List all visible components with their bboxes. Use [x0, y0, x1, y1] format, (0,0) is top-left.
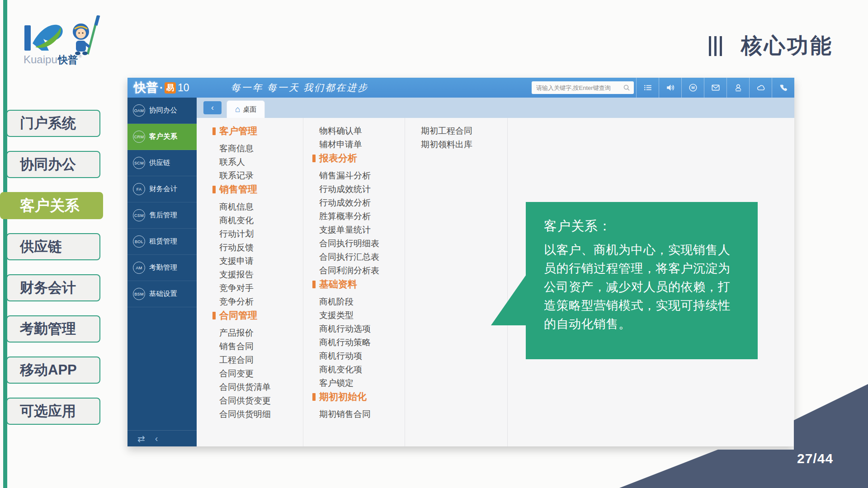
menu-entry[interactable]: 商机行动项 [319, 349, 405, 363]
phone-icon[interactable] [772, 78, 794, 98]
menu-entry[interactable]: 工程合同 [219, 353, 303, 367]
search-input[interactable] [532, 84, 623, 91]
app-nav-item[interactable]: AM 考勤管理 [127, 255, 197, 281]
menu-entry[interactable]: 行动计划 [219, 227, 303, 241]
app-nav-item[interactable]: CRM 客户关系 [127, 124, 197, 150]
menu-entry[interactable]: 客户管理 [219, 124, 303, 138]
cloud-icon[interactable] [749, 78, 772, 98]
app-nav-item[interactable]: BOL 租赁管理 [127, 229, 197, 255]
slide-sidebar-item-label: 可选应用 [20, 402, 76, 421]
menu-column-1: 客户管理 客商信息 联系人 联系记录 销售管理 商机信息 商机变化 行动计划 行… [197, 118, 303, 446]
menu-entry[interactable]: 合同供货变更 [219, 394, 303, 408]
user-icon[interactable] [726, 78, 749, 98]
menu-entry[interactable]: 合同供货明细 [219, 408, 303, 421]
slide-sidebar-item-label: 考勤管理 [20, 319, 76, 338]
swap-icon[interactable]: ⇄ [137, 433, 145, 444]
menu-entry[interactable]: 联系人 [219, 155, 303, 169]
menu-entry[interactable]: 期初领料出库 [421, 138, 507, 151]
menu-entry[interactable]: 销售合同 [219, 340, 303, 353]
svg-text:M: M [691, 85, 694, 90]
mail-icon[interactable] [704, 78, 726, 98]
menu-entry[interactable]: 辅材申请单 [319, 138, 405, 151]
slide-sidebar-item-label: 供应链 [20, 237, 62, 256]
slide-sidebar: 门户系统 协同办公 客户关系 供应链 财务会计 考勤管理 移动APP [0, 110, 118, 425]
menu-entry[interactable]: 支援单量统计 [319, 223, 405, 237]
menu-entry[interactable]: 胜算概率分析 [319, 210, 405, 223]
slide-sidebar-item[interactable]: 移动APP [6, 357, 100, 384]
app-nav-item[interactable]: BSM 基础设置 [127, 281, 197, 307]
speaker-icon[interactable] [659, 78, 681, 98]
slide-sidebar-item[interactable]: 可选应用 [6, 398, 100, 425]
menu-entry[interactable]: 客户锁定 [319, 376, 405, 390]
menu-entry[interactable]: 期初工程合同 [421, 124, 507, 138]
collapse-icon[interactable]: ‹ [155, 433, 158, 444]
menu-entry[interactable]: 销售漏斗分析 [319, 169, 405, 183]
menu-entry[interactable]: 合同执行汇总表 [319, 250, 405, 264]
module-badge-icon: BSM [133, 288, 145, 300]
corner-shape [615, 382, 868, 488]
menu-entry[interactable]: 行动成效统计 [319, 183, 405, 196]
module-badge-icon: OAM [133, 104, 145, 117]
back-button[interactable]: ‹ [203, 101, 222, 114]
menu-entry[interactable]: 联系记录 [219, 169, 303, 183]
app-module-nav: OAM 协同办公 CRM 客户关系 SCM 供应链 FA 财务会计 [127, 98, 197, 446]
slide-sidebar-item[interactable]: 供应链 [6, 233, 100, 260]
menu-entry[interactable]: 期初初始化 [319, 390, 405, 404]
slide-sidebar-item-label: 客户关系 [20, 196, 80, 216]
module-badge-icon: AM [133, 262, 145, 274]
menu-entry[interactable]: 行动成效分析 [319, 196, 405, 210]
menu-entry[interactable]: 物料确认单 [319, 124, 405, 138]
menu-entry[interactable]: 商机变化 [219, 214, 303, 227]
menu-entry[interactable]: 商机行动策略 [319, 336, 405, 349]
slide-sidebar-item-label: 门户系统 [20, 114, 76, 133]
app-nav-item[interactable]: SCM 供应链 [127, 150, 197, 176]
menu-entry[interactable]: 商机变化项 [319, 363, 405, 376]
menu-entry[interactable]: 销售管理 [219, 183, 303, 196]
slide-sidebar-item[interactable]: 考勤管理 [6, 315, 100, 343]
menu-entry[interactable]: 客商信息 [219, 142, 303, 155]
menu-entry[interactable]: 基础资料 [319, 277, 405, 291]
menu-entry[interactable]: 支援申请 [219, 254, 303, 268]
slide-sidebar-item[interactable]: 门户系统 [6, 110, 100, 137]
menu-entry[interactable]: 竞争对手 [219, 282, 303, 295]
app-nav-item[interactable]: FA 财务会计 [127, 176, 197, 202]
menu-entry[interactable]: 商机阶段 [319, 295, 405, 309]
callout-title: 客户关系： [544, 217, 740, 235]
menu-entry[interactable]: 合同利润分析表 [319, 264, 405, 277]
menu-entry[interactable]: 合同变更 [219, 367, 303, 380]
list-icon[interactable] [636, 78, 659, 98]
module-badge-icon: CRM [133, 131, 145, 143]
tab-strip: ‹ ⌂ 桌面 [197, 98, 794, 118]
menu-entry[interactable]: 产品报价 [219, 326, 303, 340]
im-icon[interactable]: M [681, 78, 704, 98]
kuaipu-logo: Kuaipu 快普 ® [22, 15, 108, 66]
search-icon[interactable] [623, 84, 630, 91]
callout-tail [491, 275, 526, 325]
module-badge-icon: FA [133, 183, 145, 195]
menu-entry[interactable]: 支援类型 [319, 309, 405, 322]
app-nav-item[interactable]: CSM 售后管理 [127, 202, 197, 229]
menu-entry[interactable]: 合同供货清单 [219, 380, 303, 394]
app-titlebar: 快普 · 易 10 每一年 每一天 我们都在进步 M [127, 78, 794, 98]
menu-entry[interactable]: 商机信息 [219, 200, 303, 214]
slide-sidebar-item-label: 财务会计 [20, 278, 76, 297]
menu-column-2: 物料确认单 辅材申请单 报表分析 销售漏斗分析 行动成效统计 行动成效分析 胜算… [303, 118, 405, 446]
module-badge-icon: BOL [133, 235, 145, 248]
menu-entry[interactable]: 合同管理 [219, 309, 303, 322]
menu-entry[interactable]: 合同执行明细表 [319, 237, 405, 250]
callout-body: 以客户、商机为中心，实现销售人员的行销过程管理，将客户沉淀为公司资产，减少对人员… [544, 241, 740, 333]
menu-entry[interactable]: 期初销售合同 [319, 408, 405, 421]
slide-sidebar-item[interactable]: 客户关系 [0, 192, 103, 219]
slide-sidebar-item[interactable]: 协同办公 [6, 151, 100, 178]
menu-entry[interactable]: 商机行动选项 [319, 322, 405, 336]
brand-name: 快普 [134, 80, 158, 96]
menu-entry[interactable]: 报表分析 [319, 151, 405, 165]
menu-entry[interactable]: 行动反馈 [219, 241, 303, 254]
app-nav-item-label: 基础设置 [149, 289, 177, 299]
tab-desktop[interactable]: ⌂ 桌面 [226, 100, 265, 118]
slide-sidebar-item[interactable]: 财务会计 [6, 274, 100, 301]
menu-entry[interactable]: 支援报告 [219, 268, 303, 282]
app-nav-item[interactable]: OAM 协同办公 [127, 98, 197, 124]
svg-text:®: ® [79, 54, 82, 59]
menu-entry[interactable]: 竞争分析 [219, 295, 303, 309]
